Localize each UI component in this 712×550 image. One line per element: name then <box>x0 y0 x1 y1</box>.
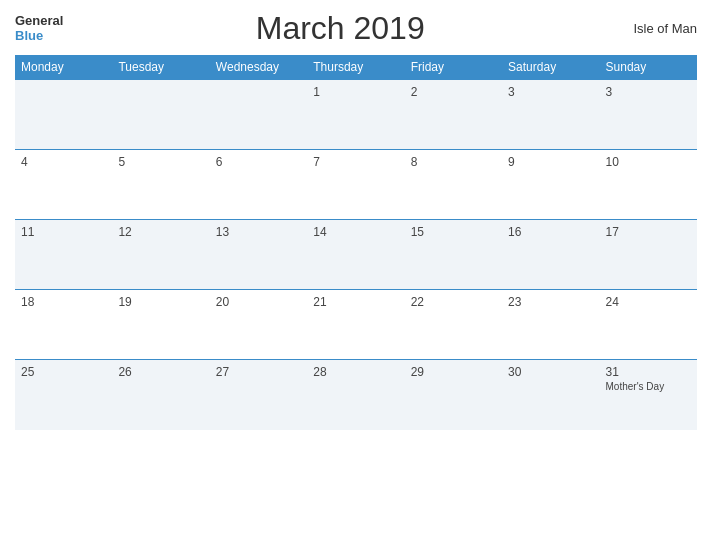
cell-empty-1 <box>15 80 112 150</box>
region-label: Isle of Man <box>617 21 697 36</box>
cell-mar-17: 17 <box>600 220 697 290</box>
cell-mar-5: 5 <box>112 150 209 220</box>
cell-mar-3: 3 <box>600 80 697 150</box>
cell-mar-24: 24 <box>600 290 697 360</box>
cell-mar-16: 16 <box>502 220 599 290</box>
cell-mar-30: 30 <box>502 360 599 430</box>
cell-mar-29: 29 <box>405 360 502 430</box>
cell-mar-9: 9 <box>502 150 599 220</box>
cell-mar-2: 2 <box>405 80 502 150</box>
cell-mar-15: 15 <box>405 220 502 290</box>
cell-mar-21: 21 <box>307 290 404 360</box>
header-tuesday: Tuesday <box>112 55 209 80</box>
cell-mar-25: 25 <box>15 360 112 430</box>
logo-general-text: General <box>15 14 63 28</box>
cell-mar-31: 31 Mother's Day <box>600 360 697 430</box>
mothers-day-event: Mother's Day <box>606 381 691 392</box>
cell-empty-3 <box>210 80 307 150</box>
cell-mar-4: 4 <box>15 150 112 220</box>
calendar-week-1: 1 2 3 3 <box>15 80 697 150</box>
cell-mar-14: 14 <box>307 220 404 290</box>
cell-empty-2 <box>112 80 209 150</box>
cell-mar-18: 18 <box>15 290 112 360</box>
calendar-week-3: 11 12 13 14 15 16 17 <box>15 220 697 290</box>
cell-mar-10: 10 <box>600 150 697 220</box>
cell-mar-20: 20 <box>210 290 307 360</box>
calendar-page: General Blue March 2019 Isle of Man Mond… <box>0 0 712 550</box>
calendar-week-4: 18 19 20 21 22 23 24 <box>15 290 697 360</box>
calendar-header-row: Monday Tuesday Wednesday Thursday Friday… <box>15 55 697 80</box>
header-sunday: Sunday <box>600 55 697 80</box>
cell-mar-23: 23 <box>502 290 599 360</box>
cell-mar-27: 27 <box>210 360 307 430</box>
calendar-table: Monday Tuesday Wednesday Thursday Friday… <box>15 55 697 430</box>
header-friday: Friday <box>405 55 502 80</box>
cell-mar-6: 6 <box>210 150 307 220</box>
header-wednesday: Wednesday <box>210 55 307 80</box>
cell-mar-7: 7 <box>307 150 404 220</box>
header: General Blue March 2019 Isle of Man <box>15 10 697 47</box>
cell-mar-22: 22 <box>405 290 502 360</box>
logo-blue-text: Blue <box>15 29 63 43</box>
header-saturday: Saturday <box>502 55 599 80</box>
cell-mar-11: 11 <box>15 220 112 290</box>
cell-mar-19: 19 <box>112 290 209 360</box>
cell-mar-12: 12 <box>112 220 209 290</box>
cell-mar-13: 13 <box>210 220 307 290</box>
cell-mar-1: 1 <box>307 80 404 150</box>
logo: General Blue <box>15 14 63 43</box>
calendar-title: March 2019 <box>63 10 617 47</box>
header-monday: Monday <box>15 55 112 80</box>
cell-mar-3-sat: 3 <box>502 80 599 150</box>
header-thursday: Thursday <box>307 55 404 80</box>
calendar-week-5: 25 26 27 28 29 30 31 Mother's Day <box>15 360 697 430</box>
calendar-week-2: 4 5 6 7 8 9 10 <box>15 150 697 220</box>
cell-mar-8: 8 <box>405 150 502 220</box>
cell-mar-26: 26 <box>112 360 209 430</box>
cell-mar-28: 28 <box>307 360 404 430</box>
